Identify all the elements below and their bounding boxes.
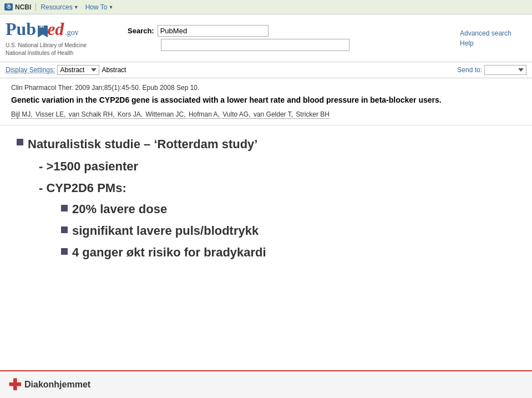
bullet-main: Naturalistisk studie – ‘Rotterdam study’ [17,137,515,153]
search-database-select[interactable]: PubMed Nucleotide Protein [158,25,268,37]
sub-sub-square-3-icon [61,248,68,255]
logo-area: Pub M ed .gov U.S. National Library of M… [6,19,116,57]
help-link[interactable]: Help [460,39,474,47]
article: Clin Pharmacol Ther. 2009 Jan;85(1):45-5… [0,78,532,125]
author-2[interactable]: van Schaik RH, [69,110,116,119]
howto-dropdown[interactable]: How To ▼ [85,3,114,11]
nav-links: Resources ▼ How To ▼ [40,3,113,11]
sub-sub-bullet-3: 4 ganger økt risiko for bradykardi [17,245,515,261]
diakon-cross-icon: ✚ [8,376,21,394]
sub-sub-bullet-3-text: 4 ganger økt risiko for bradykardi [72,245,266,261]
author-5[interactable]: Hofman A, [189,110,221,119]
logo-dotgov: .gov [65,28,79,37]
main-content: Naturalistisk studie – ‘Rotterdam study’… [0,125,532,278]
search-label: Search: [128,27,154,35]
display-settings-link[interactable]: Display Settings: [6,66,55,74]
sub-sub-square-1-icon [61,205,68,211]
sub-sub-bullet-2: signifikant lavere puls/blodtrykk [17,223,515,239]
pubmed-logo: Pub M ed .gov [6,19,116,39]
author-7[interactable]: van Gelder T, [254,110,295,119]
author-3[interactable]: Kors JA, [118,110,145,119]
send-to-select[interactable]: File Clipboard [484,65,526,75]
article-authors: Bijl MJ, Visser LE, van Schaik RH, Kors … [11,109,521,119]
author-6[interactable]: Vulto AG, [222,110,252,119]
search-input[interactable] [161,39,349,51]
ncbi-label: NCBI [15,3,31,11]
sub-sub-square-2-icon [61,226,68,233]
bullet-square-icon [17,139,23,145]
sub-sub-bullet-2-text: signifikant lavere puls/blodtrykk [72,223,259,239]
sub-sub-bullet-1: 20% lavere dose [17,201,515,218]
toolbar: Display Settings: Abstract Summary Full … [0,62,532,78]
ncbi-logo: ☃ NCBI [4,3,36,11]
advanced-search-link[interactable]: Advanced search [460,29,511,37]
search-input-row [128,39,449,51]
author-1[interactable]: Visser LE, [36,110,68,119]
sub-sub-bullet-1-text: 20% lavere dose [72,201,167,218]
article-journal: Clin Pharmacol Ther. 2009 Jan;85(1):45-5… [11,84,521,92]
diakon-name-text: Diakonhjemmet [24,380,90,390]
display-mode-label: Abstract [102,66,126,74]
resources-label: Resources [40,3,72,11]
sub-bullet-1: - >1500 pasienter [17,159,515,175]
subtitle-line2: National Institutes of Health [6,49,116,57]
sub-bullet-2: - CYP2D6 PMs: [17,180,515,197]
logo-pub: Pub [6,19,36,39]
sub-bullet-1-text: - >1500 pasienter [39,159,138,175]
diakon-logo: ✚ Diakonhjemmet [8,376,90,394]
ncbi-icon: ☃ [4,3,13,11]
howto-label: How To [85,3,108,11]
howto-arrow-icon: ▼ [108,4,113,10]
header: Pub M ed .gov U.S. National Library of M… [0,14,532,62]
search-row: Search: PubMed Nucleotide Protein [128,25,449,37]
bullet-main-text: Naturalistisk studie – ‘Rotterdam study’ [28,137,257,153]
subtitle-line1: U.S. National Library of Medicine [6,42,116,49]
resources-arrow-icon: ▼ [74,4,79,10]
send-to-label: Send to: [457,66,482,74]
author-4[interactable]: Witteman JC, [146,110,188,119]
footer: ✚ Diakonhjemmet [0,370,532,398]
author-0[interactable]: Bijl MJ, [11,110,34,119]
display-settings-select[interactable]: Abstract Summary Full Text [57,65,99,75]
sub-bullet-2-text: - CYP2D6 PMs: [39,180,126,197]
article-title: Genetic variation in the CYP2D6 gene is … [11,95,521,106]
send-to[interactable]: Send to: File Clipboard [457,65,526,75]
logo-subtitle: U.S. National Library of Medicine Nation… [6,42,116,57]
resources-dropdown[interactable]: Resources ▼ [40,3,78,11]
header-right-links: Advanced search Help [460,29,526,47]
logo-med: ed [47,19,64,39]
display-settings: Display Settings: Abstract Summary Full … [6,65,126,75]
bookmark-letter: M [39,23,44,29]
search-area: Search: PubMed Nucleotide Protein [128,25,449,51]
author-8[interactable]: Stricker BH [296,110,330,119]
top-nav-bar: ☃ NCBI Resources ▼ How To ▼ [0,0,532,14]
